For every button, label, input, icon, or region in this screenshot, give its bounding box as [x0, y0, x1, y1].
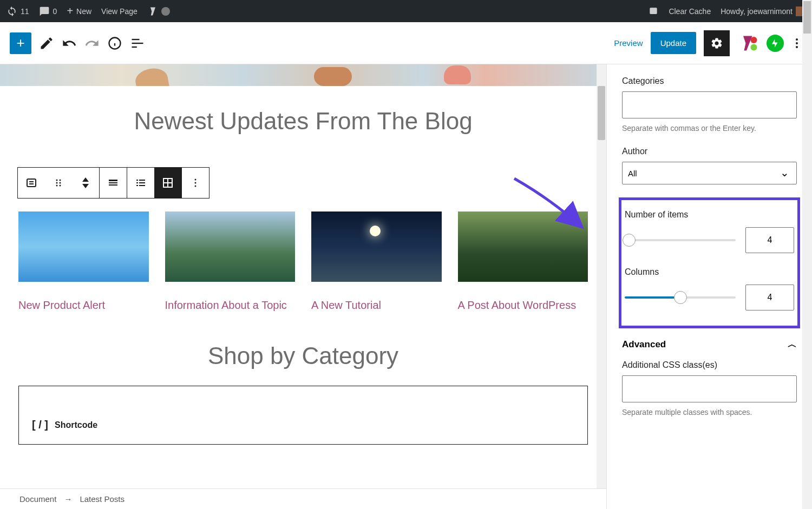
author-select[interactable]: All — [622, 162, 797, 184]
block-more-button[interactable] — [182, 168, 209, 198]
edit-tool[interactable] — [39, 36, 54, 51]
admin-count-1: 11 — [21, 7, 29, 16]
num-items-input[interactable] — [745, 227, 794, 253]
svg-rect-21 — [136, 180, 138, 181]
move-buttons[interactable] — [72, 168, 99, 198]
svg-rect-18 — [109, 180, 117, 181]
post-image — [18, 211, 149, 282]
admin-new[interactable]: + New — [67, 5, 91, 17]
jetpack-button[interactable] — [767, 35, 784, 52]
svg-point-14 — [56, 182, 58, 184]
settings-sidebar: Categories Separate with commas or the E… — [606, 64, 812, 509]
svg-point-12 — [56, 180, 58, 181]
css-classes-label: Additional CSS class(es) — [622, 360, 797, 370]
svg-point-15 — [60, 182, 61, 184]
svg-rect-23 — [136, 182, 138, 183]
svg-rect-0 — [650, 8, 657, 14]
admin-yoast[interactable] — [147, 6, 170, 17]
svg-rect-19 — [109, 182, 117, 183]
columns-input[interactable] — [745, 285, 794, 310]
admin-bar: 11 0 + New View Page Clear Cache Howdy, … — [0, 0, 812, 22]
svg-point-7 — [751, 37, 757, 43]
list-view-button[interactable] — [127, 168, 154, 198]
post-image — [458, 211, 588, 282]
post-image — [165, 211, 296, 282]
editor-header: + Preview Update — [0, 22, 812, 64]
chevron-up-icon: ︿ — [788, 338, 797, 351]
num-items-slider[interactable] — [625, 239, 736, 241]
svg-point-8 — [751, 44, 757, 50]
post-title[interactable]: Information About a Topic — [165, 297, 296, 313]
more-options-button[interactable] — [791, 34, 802, 52]
author-label: Author — [622, 147, 797, 156]
outline-button[interactable] — [130, 36, 145, 51]
svg-point-32 — [195, 186, 197, 187]
categories-label: Categories — [622, 76, 797, 86]
categories-hint: Separate with commas or the Enter key. — [622, 124, 797, 133]
undo-button[interactable] — [62, 36, 77, 51]
categories-input[interactable] — [622, 91, 797, 118]
comment-icon — [39, 6, 50, 17]
align-button[interactable] — [100, 168, 127, 198]
blog-section-title[interactable]: Newest Updates From The Blog — [11, 108, 595, 135]
post-item: A Post About WordPress — [458, 211, 588, 313]
css-classes-input[interactable] — [622, 375, 797, 402]
admin-count-2: 0 — [53, 7, 57, 16]
columns-slider[interactable] — [625, 296, 736, 299]
post-title[interactable]: New Product Alert — [18, 297, 149, 313]
grid-view-button[interactable] — [154, 168, 181, 198]
num-items-label: Number of items — [625, 210, 797, 220]
css-classes-hint: Separate multiple classes with spaces. — [622, 408, 797, 417]
admin-clear-cache[interactable]: Clear Cache — [669, 7, 711, 16]
yoast-status-dot — [161, 7, 170, 16]
breadcrumb-arrow: → — [64, 494, 72, 504]
advanced-panel-toggle[interactable]: Advanced ︿ — [622, 338, 797, 351]
shortcode-block[interactable]: [ / ] Shortcode — [18, 386, 588, 445]
block-breadcrumb: Document → Latest Posts — [0, 488, 606, 509]
block-type-button[interactable] — [18, 168, 45, 198]
shop-section-title[interactable]: Shop by Category — [11, 342, 595, 369]
yoast-button[interactable] — [737, 32, 759, 54]
notify-icon — [648, 6, 659, 17]
refresh-icon — [6, 6, 17, 17]
svg-rect-24 — [139, 182, 145, 183]
main-area: Newest Updates From The Blog — [0, 64, 812, 509]
breadcrumb-document[interactable]: Document — [19, 494, 56, 504]
admin-refresh[interactable]: 11 — [6, 6, 29, 17]
add-block-button[interactable]: + — [10, 32, 31, 54]
admin-view-page[interactable]: View Page — [101, 7, 137, 16]
latest-posts-block[interactable]: New Product Alert Information About a To… — [11, 199, 595, 326]
post-title[interactable]: A New Tutorial — [311, 297, 442, 313]
columns-label: Columns — [625, 267, 797, 277]
preview-link[interactable]: Preview — [614, 38, 643, 48]
svg-rect-5 — [132, 42, 143, 43]
redo-button[interactable] — [84, 36, 100, 51]
post-image — [311, 211, 442, 282]
svg-point-13 — [60, 180, 61, 181]
svg-rect-20 — [109, 184, 117, 186]
svg-rect-4 — [132, 38, 140, 39]
svg-rect-25 — [136, 185, 138, 186]
drag-handle[interactable] — [45, 168, 72, 198]
admin-howdy[interactable]: Howdy, joewarnimont — [721, 6, 806, 16]
post-title[interactable]: A Post About WordPress — [458, 297, 588, 313]
admin-comments[interactable]: 0 — [39, 6, 57, 17]
svg-point-30 — [195, 179, 197, 181]
svg-point-16 — [56, 185, 58, 187]
admin-notify[interactable] — [648, 6, 659, 17]
hero-image-strip — [0, 64, 606, 86]
jetpack-icon — [770, 38, 780, 48]
svg-rect-9 — [27, 179, 36, 187]
settings-button[interactable] — [704, 30, 730, 56]
post-item: Information About a Topic — [165, 211, 296, 313]
yoast-icon — [147, 6, 158, 17]
info-button[interactable] — [107, 36, 122, 51]
breadcrumb-current[interactable]: Latest Posts — [80, 494, 125, 504]
page-scrollbar[interactable] — [802, 0, 812, 509]
canvas-scrollbar[interactable] — [597, 64, 606, 509]
shortcode-icon: [ / ] — [32, 419, 48, 431]
editor-canvas: Newest Updates From The Blog — [0, 64, 606, 509]
post-item: New Product Alert — [18, 211, 149, 313]
update-button[interactable]: Update — [651, 32, 696, 54]
highlighted-settings: Number of items Columns — [619, 197, 800, 328]
